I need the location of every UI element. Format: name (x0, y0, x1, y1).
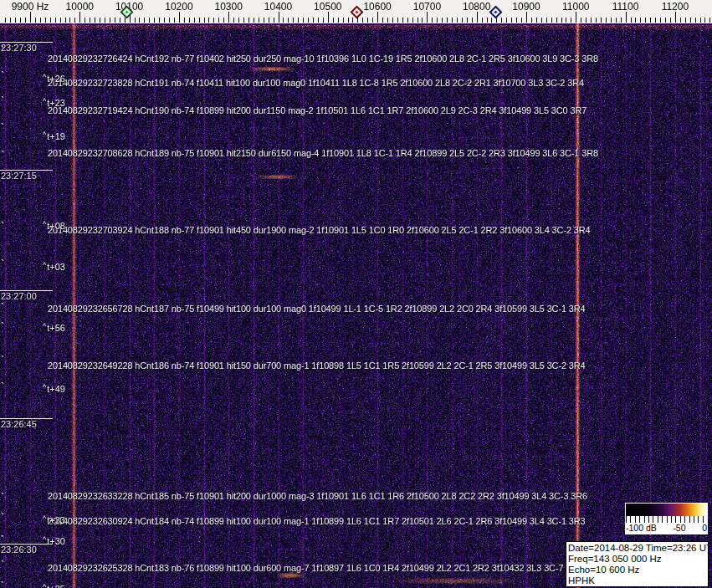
edge-tick-mark: ` (1, 262, 4, 267)
edge-tick-mark: ` (1, 224, 4, 229)
edge-tick-mark: ` (1, 125, 4, 130)
freq-axis-label: 11100 (612, 1, 639, 13)
scale-mid-label: -50 (673, 523, 685, 534)
caret-icon: ^ (43, 220, 46, 228)
time-offset-marker: ^t+08 (43, 220, 65, 231)
time-axis-label: 23:27:15 (1, 171, 37, 181)
spectrogram-app-window: -100 dB -50 0 Date=2014-08-29 Time=23:26… (0, 0, 712, 588)
freq-axis-label: 10200 (165, 1, 192, 13)
event-row: 20140829232723828 hCnt191 nb-74 f10411 h… (48, 78, 584, 88)
red-diamond-marker-dot (355, 10, 358, 13)
edge-tick-mark: ` (1, 563, 4, 568)
time-offset-marker: ^t+03 (43, 261, 65, 272)
green-diamond-marker-dot (125, 10, 128, 13)
edge-tick-mark: ` (1, 385, 4, 390)
caret-icon: ^ (43, 514, 46, 523)
time-offset-marker: ^t+19 (43, 130, 65, 141)
scale-min-label: -100 dB (626, 523, 657, 534)
info-station-code: HPHK (568, 575, 706, 586)
red-diamond-marker-inner (353, 8, 361, 17)
time-offset-marker: ^t+23 (43, 97, 65, 108)
time-offset-marker: ^t+25 (43, 583, 65, 588)
freq-axis-label: 10000 (66, 1, 94, 13)
event-row: 20140829232649228 hCnt186 nb-74 f10901 h… (48, 360, 586, 371)
event-row: 20140829232656728 hCnt187 nb-75 f10499 h… (48, 304, 586, 314)
info-frequency: Freq=143 050 000 Hz (568, 554, 706, 565)
caret-icon: ^ (43, 383, 46, 391)
caret-icon: ^ (43, 322, 46, 330)
time-offset-marker: ^t+49 (43, 383, 65, 394)
time-offset-marker: ^t+33 (43, 514, 65, 525)
freq-axis-label: 11200 (662, 1, 689, 13)
caret-icon: ^ (43, 130, 46, 139)
status-info-box: Date=2014-08-29 Time=23:26 UTC Freq=143 … (566, 541, 709, 587)
time-axis-label: 23:27:30 (1, 43, 37, 53)
edge-tick-mark: ` (1, 74, 4, 79)
freq-axis-label: 10400 (264, 1, 292, 13)
edge-tick-mark: ` (1, 538, 4, 543)
edge-tick-mark: ` (1, 99, 4, 104)
event-row: 20140829232625328 hCnt183 nb-76 f10899 h… (48, 563, 563, 573)
scale-max-label: 0 (702, 523, 707, 534)
time-offset-marker: ^t+56 (43, 322, 65, 333)
event-row: 20140829232708628 hCnt189 nb-75 f10901 h… (48, 148, 598, 158)
color-scale-ticks (626, 516, 707, 523)
event-row: 20140829232633228 hCnt185 nb-75 f10901 h… (48, 491, 587, 501)
freq-axis-label: 10600 (363, 1, 391, 13)
freq-axis-label: 10800 (463, 1, 490, 13)
edge-tick-mark: ` (1, 584, 4, 588)
event-row: 20140829232703924 hCnt188 nb-77 f10901 h… (48, 225, 591, 235)
freq-axis-label: 9900 Hz (12, 1, 49, 13)
edge-tick-mark: ` (1, 49, 4, 54)
edge-tick-mark: ` (1, 153, 4, 158)
edge-tick-mark: ` (1, 515, 4, 520)
caret-icon: ^ (43, 97, 46, 105)
blue-diamond-marker-inner (492, 8, 500, 17)
info-date-time: Date=2014-08-29 Time=23:26 UTC (568, 543, 706, 554)
green-diamond-marker-inner (123, 8, 131, 17)
color-scale-labels: -100 dB -50 0 (626, 523, 707, 534)
event-row: 20140829232726424 hCnt192 nb-77 f10402 h… (48, 54, 598, 64)
freq-axis-label: 10900 (512, 1, 540, 13)
time-axis-label: 23:27:00 (1, 291, 37, 301)
color-gradient-bar (626, 504, 707, 516)
freq-axis-label: 10300 (215, 1, 243, 13)
time-offset-marker: ^t+26 (43, 73, 65, 84)
freq-axis-label: 10700 (413, 1, 441, 13)
freq-axis-label: 10500 (314, 1, 341, 13)
event-row: 20140829232719424 hCnt190 nb-74 f10899 h… (48, 105, 587, 115)
edge-tick-mark: ` (1, 495, 4, 500)
time-offset-marker: ^t+30 (43, 535, 65, 546)
edge-tick-mark: ` (1, 358, 4, 363)
edge-tick-mark: ` (1, 325, 4, 330)
blue-diamond-marker-dot (494, 10, 497, 13)
time-axis-label: 23:26:45 (1, 419, 37, 429)
caret-icon: ^ (43, 73, 46, 81)
time-axis-label: 23:26:30 (1, 545, 37, 555)
info-echo-frequency: Echo=10 600 Hz (568, 565, 706, 575)
edge-tick-mark: ` (1, 305, 4, 310)
caret-icon: ^ (43, 583, 46, 588)
caret-icon: ^ (43, 535, 46, 544)
event-row: 20140829232630924 hCnt184 nb-74 f10899 h… (48, 516, 586, 526)
freq-axis-label: 11000 (562, 1, 589, 13)
db-color-scale: -100 dB -50 0 (625, 503, 708, 534)
caret-icon: ^ (43, 261, 46, 269)
